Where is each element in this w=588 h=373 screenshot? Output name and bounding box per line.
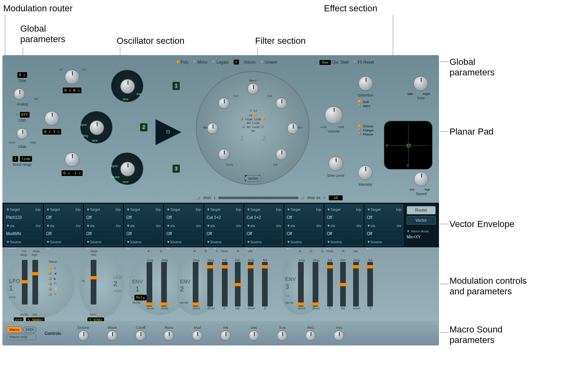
- led-icon[interactable]: [253, 113, 256, 116]
- mono-option[interactable]: Mono: [193, 60, 207, 64]
- macro-only-button[interactable]: Macro only: [6, 334, 36, 340]
- osc-start-menu[interactable]: ▼ free Osc Start: [315, 60, 349, 64]
- macro-knob-wave[interactable]: Wave: [107, 326, 117, 341]
- led-icon[interactable]: [260, 125, 264, 128]
- env3-time-slider[interactable]: [340, 262, 346, 307]
- env2-r-slider[interactable]: [248, 262, 254, 307]
- macro-knob-sus[interactable]: Sus: [277, 326, 288, 341]
- mod-via[interactable]: Off: [287, 232, 292, 236]
- midi-button[interactable]: MIDI: [23, 326, 36, 333]
- macro-button[interactable]: Macro: [6, 326, 22, 333]
- lfo2-rate-slider[interactable]: [91, 260, 96, 304]
- macro-knob-dec[interactable]: Dec: [249, 326, 259, 341]
- flanger-option[interactable]: Flanger: [358, 128, 374, 132]
- mod-target[interactable]: Pitch123: [6, 215, 22, 220]
- mod-via[interactable]: ModWhl: [6, 232, 21, 236]
- filter-blend-knob[interactable]: [247, 83, 259, 94]
- tone-knob[interactable]: [413, 76, 428, 91]
- env3-s-slider[interactable]: [327, 262, 333, 307]
- macro-knob-cutoff[interactable]: Cutoff: [135, 326, 146, 341]
- mod-via[interactable]: Off: [86, 232, 92, 236]
- osc3-wave-selector[interactable]: Sync Noise sine: [111, 152, 143, 185]
- macro-knob-mod[interactable]: Mod: [192, 326, 202, 341]
- mod-target[interactable]: Cut 1+2: [247, 215, 261, 220]
- wave-sh[interactable]: ⚡: [49, 287, 69, 291]
- filter1-res-knob[interactable]: [207, 123, 218, 134]
- macro-knob-reso[interactable]: Reso: [164, 326, 174, 341]
- mod-via[interactable]: Off: [207, 232, 212, 236]
- bend-link[interactable]: link: [20, 156, 32, 162]
- voices-value[interactable]: 8: [234, 60, 239, 64]
- osc2-tune-value[interactable]: 0 s 3 c: [43, 129, 61, 135]
- wave-sqr[interactable]: ⊓: [49, 282, 69, 285]
- macro-knob-re1[interactable]: Re1: [305, 326, 316, 341]
- mod-via[interactable]: Off: [327, 232, 332, 236]
- phaser-option[interactable]: Phaser: [358, 132, 374, 136]
- env2-vel-slider[interactable]: [262, 262, 268, 307]
- filter-series-button[interactable]: series: [245, 175, 262, 182]
- speed-knob[interactable]: [414, 172, 428, 186]
- distortion-knob[interactable]: [358, 76, 373, 91]
- filter2-res-knob[interactable]: [287, 123, 298, 134]
- macro-knob-detune[interactable]: Detune: [77, 326, 89, 341]
- led-icon[interactable]: [197, 196, 200, 199]
- mod-target[interactable]: Off: [166, 215, 172, 220]
- chorus-option[interactable]: Chorus: [358, 124, 374, 128]
- mod-target[interactable]: Cut 1+2: [207, 215, 221, 220]
- env3-vel-slider[interactable]: [367, 262, 373, 307]
- mod-via[interactable]: Off: [166, 232, 172, 236]
- led-icon[interactable]: [242, 125, 245, 128]
- env2-time-slider[interactable]: [235, 262, 241, 307]
- mod-target[interactable]: Off: [126, 215, 132, 220]
- lfo1-eg-slider[interactable]: [22, 260, 28, 304]
- osc-mix-triangle[interactable]: [152, 116, 185, 148]
- mod-target[interactable]: Off: [86, 215, 92, 220]
- env2-a-slider[interactable]: [193, 262, 198, 307]
- env2-s-slider[interactable]: [222, 262, 228, 307]
- rnd-int-slider[interactable]: [218, 197, 299, 199]
- intensity-knob[interactable]: [358, 165, 373, 180]
- filter2-fm-knob[interactable]: [276, 149, 287, 160]
- filter1-drive-knob[interactable]: [218, 149, 230, 160]
- bend-value[interactable]: 2: [13, 156, 18, 162]
- macro-knob-vo1[interactable]: Vo1: [334, 326, 344, 341]
- cbd-value[interactable]: Off: [20, 112, 30, 118]
- macro-knob-atk[interactable]: Atk: [220, 326, 231, 341]
- tune-value[interactable]: 0 c: [17, 72, 27, 78]
- mod-target[interactable]: Off: [287, 215, 292, 220]
- env3-a-slider[interactable]: [298, 262, 304, 307]
- planar-pad[interactable]: x y: [384, 121, 432, 169]
- mod-via[interactable]: Off: [247, 232, 252, 236]
- vector-mode[interactable]: Mix+XY: [407, 235, 436, 239]
- wave-tri[interactable]: △: [49, 266, 69, 270]
- led-icon[interactable]: [240, 117, 243, 120]
- flt-reset-option[interactable]: Flt Reset: [354, 60, 374, 64]
- mod-target[interactable]: Off: [367, 215, 372, 220]
- sine-level-knob[interactable]: [328, 156, 343, 171]
- soft-option[interactable]: Soft: [358, 100, 373, 104]
- osc1-wave-selector[interactable]: sine FM: [111, 70, 143, 102]
- legato-option[interactable]: Legato: [212, 60, 229, 64]
- mod-target[interactable]: Off: [327, 215, 332, 220]
- router-button[interactable]: Router: [407, 206, 436, 214]
- rnd-target[interactable]: All: [329, 195, 343, 200]
- led-icon[interactable]: [249, 108, 252, 111]
- unison-option[interactable]: Unison: [261, 60, 277, 64]
- osc1-tune-knob[interactable]: [65, 70, 79, 84]
- analog-knob[interactable]: [14, 88, 25, 100]
- env1-d-slider[interactable]: [161, 262, 167, 307]
- env1-poly[interactable]: Poly: [134, 295, 147, 300]
- mod-via[interactable]: Off: [367, 232, 372, 236]
- filter1-cut-knob[interactable]: [218, 98, 230, 109]
- osc3-tune-knob[interactable]: [65, 152, 79, 167]
- wave-ramp[interactable]: ◣: [49, 277, 69, 280]
- vector-button[interactable]: Vector: [407, 216, 436, 225]
- wave-rnd[interactable]: ∿: [49, 292, 69, 296]
- hard-option[interactable]: Hard: [358, 104, 373, 108]
- planar-cursor[interactable]: [407, 144, 410, 147]
- env2-d-slider[interactable]: [207, 262, 213, 307]
- dropdown-icon[interactable]: ▼: [323, 196, 326, 200]
- osc2-tune-knob[interactable]: [45, 111, 59, 126]
- osc2-wave-selector[interactable]: Sync Ring sine: [80, 111, 113, 144]
- env3-d-slider[interactable]: [313, 262, 318, 307]
